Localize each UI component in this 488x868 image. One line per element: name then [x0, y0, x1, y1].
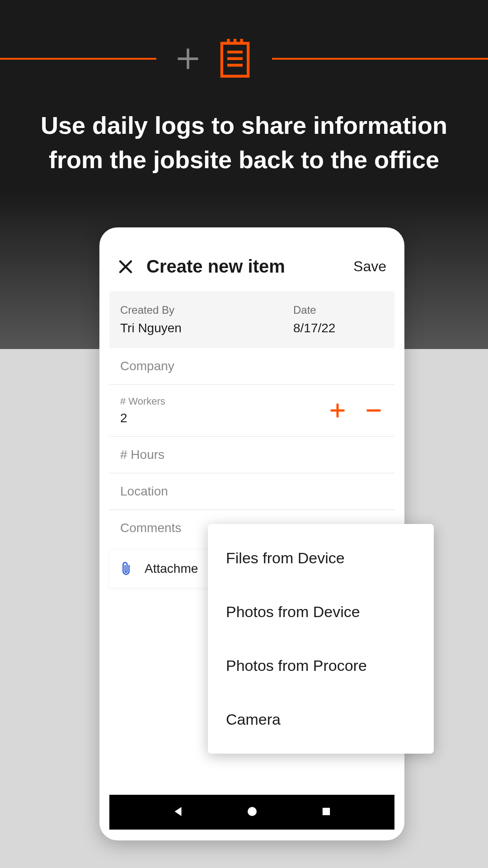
android-navbar: [109, 795, 394, 830]
created-by-value: Tri Nguyen: [120, 321, 293, 335]
created-by-label: Created By: [120, 304, 293, 316]
attachment-source-menu: Files from Device Photos from Device Pho…: [208, 524, 434, 754]
headline: Use daily logs to share information from…: [0, 90, 488, 177]
paperclip-icon: [120, 561, 132, 577]
divider-line-left: [0, 58, 156, 60]
nav-home-icon[interactable]: [245, 805, 259, 820]
hours-placeholder: # Hours: [120, 448, 384, 462]
increment-button[interactable]: [328, 401, 347, 420]
nav-back-icon[interactable]: [171, 805, 185, 820]
plus-icon: [174, 45, 202, 72]
nav-recent-icon[interactable]: [320, 805, 333, 820]
date-value: 8/17/22: [293, 321, 384, 335]
menu-item-photos-procore[interactable]: Photos from Procore: [208, 639, 434, 693]
app-header: Create new item Save: [99, 245, 404, 288]
svg-point-14: [248, 807, 257, 816]
page-title: Create new item: [146, 256, 353, 277]
workers-field[interactable]: # Workers 2: [109, 385, 394, 437]
attachments-label: Attachme: [145, 561, 198, 576]
location-field[interactable]: Location: [109, 473, 394, 510]
workers-label: # Workers: [120, 396, 311, 407]
hours-field[interactable]: # Hours: [109, 437, 394, 473]
decrement-button[interactable]: [364, 401, 384, 420]
meta-card: Created By Tri Nguyen Date 8/17/22: [109, 291, 394, 348]
divider-row: [0, 0, 488, 90]
location-placeholder: Location: [120, 484, 384, 499]
menu-item-photos-device[interactable]: Photos from Device: [208, 585, 434, 639]
clipboard-icon: [220, 39, 250, 79]
workers-value: 2: [120, 411, 311, 425]
svg-rect-15: [323, 807, 330, 815]
company-placeholder: Company: [120, 359, 384, 373]
menu-item-files-device[interactable]: Files from Device: [208, 531, 434, 585]
close-icon[interactable]: [117, 259, 134, 275]
menu-item-camera[interactable]: Camera: [208, 693, 434, 746]
company-field[interactable]: Company: [109, 348, 394, 385]
divider-line-right: [272, 58, 488, 60]
date-label: Date: [293, 304, 384, 316]
save-button[interactable]: Save: [353, 258, 386, 275]
